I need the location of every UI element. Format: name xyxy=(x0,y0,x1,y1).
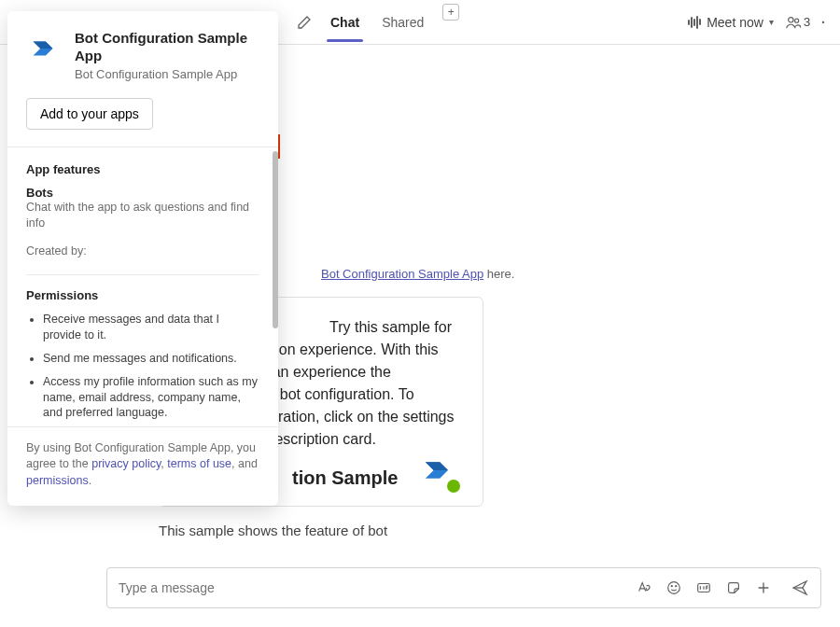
gif-icon[interactable] xyxy=(695,579,712,596)
tab-chat[interactable]: Chat xyxy=(327,4,363,41)
footer-period: . xyxy=(89,474,91,487)
app-subtitle: Bot Configuration Sample App xyxy=(75,67,259,81)
bots-heading: Bots xyxy=(26,186,259,200)
send-button[interactable] xyxy=(791,578,809,597)
svg-point-1 xyxy=(794,19,798,22)
chevron-down-icon: ▾ xyxy=(769,17,774,27)
popover-footer: By using Bot Configuration Sample App, y… xyxy=(7,426,278,507)
svg-point-3 xyxy=(668,582,680,594)
plus-icon[interactable] xyxy=(755,579,772,596)
card-logo xyxy=(417,450,458,491)
sticker-icon[interactable] xyxy=(725,579,742,596)
features-heading: App features xyxy=(26,162,259,176)
popover-header: Bot Configuration Sample App Bot Configu… xyxy=(7,11,278,94)
bots-description: Chat with the app to ask questions and f… xyxy=(26,200,259,232)
permissions-list: Receive messages and data that I provide… xyxy=(26,312,259,426)
created-by-label: Created by: xyxy=(26,244,259,260)
permission-item: Receive messages and data that I provide… xyxy=(43,312,259,343)
terms-of-use-link[interactable]: terms of use xyxy=(167,457,231,470)
app-link[interactable]: Bot Configuration Sample App xyxy=(321,267,483,281)
divider xyxy=(26,274,259,275)
permission-item: Access my profile information such as my… xyxy=(43,374,259,422)
app-logo xyxy=(26,30,62,67)
add-tab-button[interactable]: + xyxy=(442,4,459,21)
tab-shared[interactable]: Shared xyxy=(378,4,427,41)
meet-now-button[interactable]: Meet now ▾ xyxy=(688,15,774,30)
arrow-logo-icon xyxy=(26,31,62,66)
svg-point-4 xyxy=(671,586,672,587)
added-text: Bot Configuration Sample App here. xyxy=(321,267,514,281)
edit-icon[interactable] xyxy=(297,15,312,30)
privacy-policy-link[interactable]: privacy policy xyxy=(91,457,161,470)
check-badge-icon xyxy=(447,480,460,493)
permissions-link[interactable]: permissions xyxy=(26,474,89,487)
compose-box[interactable] xyxy=(106,567,821,608)
app-title: Bot Configuration Sample App xyxy=(75,30,259,65)
meet-now-label: Meet now xyxy=(707,15,763,30)
format-icon[interactable] xyxy=(636,579,652,596)
scrollbar-thumb[interactable] xyxy=(273,151,278,328)
emoji-icon[interactable] xyxy=(665,579,682,596)
people-count-value: 3 xyxy=(804,15,810,29)
thread-text: This sample shows the feature of bot xyxy=(159,522,387,538)
people-icon xyxy=(785,14,802,31)
footer-and: , and xyxy=(231,457,258,470)
compose-toolbar xyxy=(636,578,809,597)
more-icon[interactable]: · xyxy=(821,15,825,30)
people-count-button[interactable]: 3 xyxy=(785,14,810,31)
added-suffix: here. xyxy=(483,267,514,281)
permission-item: Send me messages and notifications. xyxy=(43,351,259,367)
tab-list: Chat Shared + xyxy=(327,4,459,41)
popover-body: App features Bots Chat with the app to a… xyxy=(7,146,278,426)
svg-point-0 xyxy=(788,17,792,21)
permissions-heading: Permissions xyxy=(26,288,259,302)
add-to-apps-button[interactable]: Add to your apps xyxy=(26,98,153,130)
topbar-right: Meet now ▾ 3 · xyxy=(688,14,825,31)
svg-point-5 xyxy=(676,586,677,587)
audio-wave-icon xyxy=(688,16,701,29)
compose-input[interactable] xyxy=(119,580,636,595)
app-details-popover: Bot Configuration Sample App Bot Configu… xyxy=(7,11,278,506)
